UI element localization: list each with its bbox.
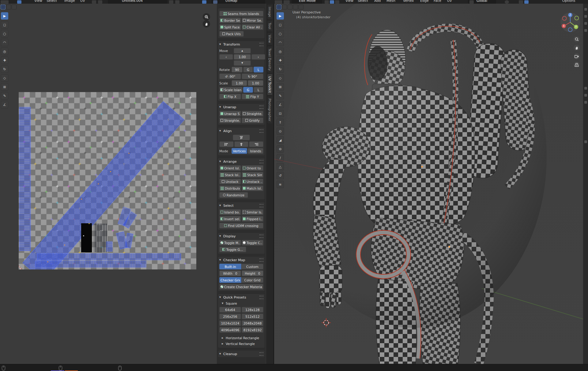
viewport-editor-type-icon[interactable] (275, 0, 282, 4)
move-up-button[interactable]: ▲ (234, 48, 251, 54)
unstack-button[interactable]: Unstack (219, 179, 241, 184)
scale-islands-button[interactable]: Scale Islands (219, 87, 243, 93)
menu-select[interactable]: Select (47, 0, 57, 3)
scale-tool-icon[interactable]: ◇ (1, 74, 8, 82)
viewport-zoom-gizmo[interactable] (574, 36, 580, 42)
options-dropdown[interactable]: Options (562, 0, 575, 3)
uv-sync-icon[interactable] (17, 0, 21, 4)
invert-selection-button[interactable]: Invert sel... (219, 216, 241, 222)
unstack-manual-button[interactable]: Unstack ... (242, 179, 263, 184)
tab-view[interactable]: View (267, 32, 272, 45)
gridify-button[interactable]: Gridify (242, 117, 263, 123)
color-grid-toggle[interactable]: Color Grid (241, 277, 263, 283)
uvmap-selector[interactable]: UVMap (225, 0, 237, 3)
scale-y-field[interactable]: 1.00 (248, 80, 263, 86)
rotate-angle-field[interactable]: 90 (232, 67, 243, 72)
uv-select-mode-icon[interactable] (12, 5, 17, 9)
checker-width-field[interactable]: Width0 (219, 270, 241, 276)
horizontal-rectangle-subpanel[interactable]: ▶Horizontal Rectangle (222, 335, 263, 340)
tab-photographer[interactable]: Photographer (267, 96, 272, 124)
rotate-cw-button[interactable]: ↻90° (242, 73, 263, 79)
vp-menu-vertex[interactable]: Vertex (403, 0, 414, 3)
scale-x-field[interactable]: 1.00 (232, 80, 247, 86)
rotate-tool-icon[interactable]: ↻ (1, 65, 8, 73)
mode-selector[interactable]: Edit Mode (299, 0, 316, 3)
properties-tab-strip[interactable] (583, 4, 588, 364)
straighten-island-button[interactable]: Straighte... (219, 117, 241, 123)
align-center-button[interactable] (234, 141, 249, 147)
similar-islands-button[interactable]: Similar Is... (242, 209, 263, 215)
uv-active-tool-icon[interactable] (1, 5, 6, 9)
distribute-button[interactable]: Distribute (219, 185, 241, 191)
tab-uv-toolkit[interactable]: UV Toolkit (267, 74, 272, 95)
panel-menu-icon[interactable] (259, 106, 263, 109)
panel-menu-icon[interactable] (259, 258, 263, 262)
proportional-editing-icon[interactable] (505, 0, 509, 4)
orient-islands-button[interactable]: Orient Isl... (219, 165, 241, 171)
align-mode-vertices[interactable]: Vertices (232, 148, 247, 154)
create-checker-material-button[interactable]: Create Checker Material (219, 284, 263, 290)
move-right-button[interactable]: › (251, 54, 265, 60)
unwrap-selected-button[interactable]: Unwrap S... (219, 111, 241, 117)
menu-image[interactable]: Image (64, 0, 75, 3)
vp-menu-uv[interactable]: UV (447, 0, 452, 3)
checker-custom-toggle[interactable]: Custom (241, 264, 263, 269)
vertex-select-mode-icon[interactable] (325, 0, 329, 4)
scale-local-toggle[interactable]: L (254, 87, 263, 93)
preset-8192-button[interactable]: 8192x8192 (242, 327, 263, 333)
image-name[interactable]: Untitled.004 (122, 0, 143, 3)
border-seam-button[interactable]: Border Se... (219, 17, 241, 23)
orientation-selector[interactable]: Global (477, 0, 487, 3)
toggle-color-button[interactable]: Toggle C... (242, 240, 263, 246)
randomize-button[interactable]: Randomize (219, 192, 248, 198)
camera-view-gizmo[interactable] (574, 53, 580, 59)
snap-magnet-icon[interactable] (519, 0, 523, 4)
cursor-tool-icon[interactable]: ◎ (1, 48, 8, 55)
panel-menu-icon[interactable] (259, 129, 263, 133)
gridview-icon[interactable] (284, 0, 290, 4)
toggle-grid-button[interactable]: Toggle G... (219, 247, 246, 252)
select-circle-tool-icon[interactable]: ○ (1, 30, 8, 37)
checker-height-field[interactable]: Height0 (242, 270, 263, 276)
editor-separator[interactable] (273, 0, 274, 364)
edge-select-mode-icon[interactable] (330, 0, 334, 4)
orient-to-edge-button[interactable]: Orient to ... (242, 165, 263, 171)
new-image-icon[interactable] (169, 0, 173, 4)
tab-tool[interactable]: Tool (267, 20, 272, 32)
uv-zoom-gizmo[interactable] (203, 13, 210, 20)
flip-y-button[interactable]: Flip Y (242, 94, 263, 99)
seams-from-islands-button[interactable]: Seams from Islands (219, 11, 263, 17)
uv-canvas[interactable] (19, 92, 196, 269)
flipped-islands-button[interactable]: Flipped I... (242, 216, 263, 222)
select-box-tool-icon[interactable]: ◻ (1, 21, 8, 28)
align-left-button[interactable] (219, 141, 234, 147)
move-left-button[interactable]: ‹ (219, 54, 233, 60)
mirror-seam-button[interactable]: Mirror Se... (242, 17, 263, 23)
preset-4096-button[interactable]: 4096x4096 (219, 327, 241, 333)
panel-menu-icon[interactable] (259, 235, 263, 238)
vp-menu-mesh[interactable]: Mesh (386, 0, 395, 3)
align-top-button[interactable] (233, 135, 250, 140)
tab-image[interactable]: Image (267, 4, 272, 20)
tweak-tool-icon[interactable]: ▶ (1, 12, 8, 20)
match-islands-button[interactable]: Match Isl... (242, 185, 263, 191)
checker-built-in-toggle[interactable]: Built-in (219, 264, 241, 269)
menu-view[interactable]: View (34, 0, 42, 3)
uv-sticky-mode-icon[interactable] (6, 5, 11, 9)
scale-global-toggle[interactable]: G (243, 87, 253, 93)
panel-menu-icon[interactable] (259, 204, 263, 207)
rotate-global-toggle[interactable]: G (243, 67, 253, 72)
align-mode-islands[interactable]: Islands (248, 148, 263, 154)
tab-texel-density[interactable]: Texel Density (267, 46, 272, 73)
vertical-rectangle-subpanel[interactable]: ▶Vertical Rectangle (222, 341, 263, 346)
find-udim-crossing-button[interactable]: Find UDIM crossing (219, 223, 263, 228)
vp-menu-add[interactable]: Add (374, 0, 381, 3)
vp-menu-select[interactable]: Select (358, 0, 368, 3)
select-lasso-tool-icon[interactable]: ◠ (1, 39, 8, 46)
navigation-gizmo[interactable]: Z Y X (560, 12, 580, 32)
straighten-button[interactable]: Straighte... (242, 111, 263, 117)
preset-64-button[interactable]: 64x64 (219, 307, 241, 313)
split-faces-button[interactable]: Split Faces (219, 24, 241, 30)
menu-uv[interactable]: UV (80, 0, 85, 3)
checker-grid-toggle[interactable]: Checker Grid (219, 277, 241, 283)
